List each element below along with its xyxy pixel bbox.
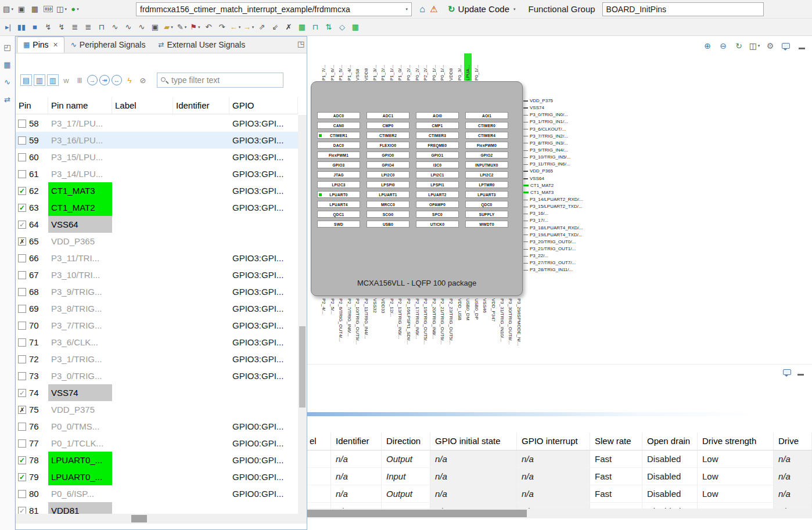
close-icon[interactable]: × (53, 40, 58, 49)
swap-route-icon[interactable]: ↔ (112, 75, 122, 85)
peripheral-gpio1[interactable]: GPIO1 (416, 152, 459, 158)
label-cell[interactable] (112, 435, 173, 452)
table-row[interactable]: 73P3_0/TRIG...GPIO3:GPI... (16, 367, 298, 384)
peripheral-qdc0[interactable]: QDC0 (465, 201, 508, 208)
identifier-cell[interactable] (173, 182, 229, 199)
peripheral-inputmux0[interactable]: INPUTMUX0 (465, 161, 508, 168)
forward-icon[interactable]: →▾ (243, 21, 254, 34)
toggle-peripherals-view-icon[interactable]: ▥ (34, 74, 45, 86)
label-cell[interactable] (112, 401, 173, 418)
external-user-signals-view-icon[interactable]: ⇄ (2, 93, 13, 106)
label-cell[interactable] (112, 165, 173, 182)
pin-updown-icon[interactable]: ⇅ (323, 21, 335, 34)
measure-vertical-icon[interactable]: ≣ (82, 21, 94, 34)
table-row[interactable]: ✓64VSS64 (16, 216, 298, 233)
table-row[interactable]: 70P3_7/TRIG...GPIO3:GPI... (16, 317, 298, 334)
peripheral-flexio0[interactable]: FLEXIO0 (367, 142, 409, 149)
peripheral-ctimer0[interactable]: CTIMER0 (465, 122, 508, 129)
update-code-button[interactable]: ↻ Update Code ▾ (445, 4, 518, 15)
peripheral-mrcc0[interactable]: MRCC0 (367, 201, 409, 208)
toggle-pins-view-icon[interactable]: ▤ (20, 74, 32, 86)
minimize-icon[interactable] (795, 366, 806, 378)
route-selected-icon[interactable]: → (87, 75, 98, 85)
pin-checkbox[interactable] (18, 305, 26, 313)
comment-icon[interactable] (781, 366, 793, 378)
export-report-icon[interactable]: ⇗ (256, 21, 268, 34)
identifier-cell[interactable] (173, 435, 229, 452)
peripheral-flexpwm1[interactable]: FlexPWM1 (317, 152, 360, 158)
rotate-icon[interactable]: ↻ (733, 39, 745, 52)
peripheral-wwdt0[interactable]: WWDT0 (465, 221, 508, 228)
stop-icon[interactable]: ■ (29, 21, 41, 34)
package-top-pin-label[interactable]: VDD8 (362, 53, 370, 81)
horizontal-scrollbar-thumb[interactable] (131, 515, 147, 522)
peripheral-signals-view-icon[interactable]: ∿ (2, 75, 13, 88)
identifier-cell[interactable] (173, 468, 229, 485)
settings-icon[interactable]: ⚙ (764, 39, 776, 52)
package-bottom-pin-label[interactable]: P2_21/TRIG_OUT6/... (439, 298, 446, 363)
skip-back-icon[interactable]: ↯ (42, 21, 54, 34)
peripheral-can0[interactable]: CAN0 (317, 122, 360, 129)
table-row[interactable]: 58P3_17/LPU...GPIO3:GPI... (16, 115, 298, 132)
processor-icon[interactable]: ▦ (296, 21, 308, 34)
package-top-pin-label[interactable]: P0_2/... (414, 53, 421, 81)
peripheral-lpspi1[interactable]: LPSPI1 (416, 181, 459, 188)
export-package-icon[interactable]: ◫▾ (56, 3, 67, 16)
package-bottom-pin-label[interactable]: P2_20/TRIG_IN8/... (430, 298, 438, 363)
label-cell[interactable] (112, 115, 173, 132)
table-row[interactable]: ✓79LPUART0_...GPIO0:GPI... (16, 468, 298, 485)
horizontal-scrollbar[interactable] (16, 514, 307, 524)
label-cell[interactable] (112, 485, 173, 502)
peripheral-lpi2c2[interactable]: LPI2C2 (465, 171, 508, 178)
filter-input[interactable] (157, 73, 283, 88)
peripheral-i3c0[interactable]: I3C0 (416, 161, 459, 168)
identifier-cell[interactable] (173, 165, 229, 182)
package-bottom-pin-label[interactable]: P3_31/TRIG_IN10/... (498, 298, 506, 363)
peripheral-ctimer1[interactable]: CTIMER1 (317, 132, 360, 139)
properties-row[interactable]: n/aOutputn/an/aFastDisabledLown/a (307, 503, 812, 509)
peripheral-scg0[interactable]: SCG0 (367, 211, 409, 218)
skip-forward-icon[interactable]: ↯ (56, 21, 67, 34)
label-cell[interactable] (112, 283, 173, 300)
peripheral-aoi0[interactable]: AOI0 (416, 112, 459, 119)
peripheral-grid-icon[interactable]: ▦ (350, 21, 361, 34)
package-top-pin-label[interactable]: P1_5/... (337, 53, 344, 81)
label-cell[interactable] (112, 452, 173, 468)
flag-icon[interactable]: ⚑▾ (189, 21, 201, 34)
peripheral-jtag[interactable]: JTAG (317, 171, 360, 178)
pin-checkbox[interactable] (18, 136, 26, 145)
table-row[interactable]: 61P3_14/LPU...GPIO3:GPI... (16, 165, 298, 182)
package-top-pin-label[interactable]: P1_0/... (396, 53, 404, 81)
label-cell[interactable] (112, 149, 173, 165)
package-bottom-pin-label[interactable]: VDD_P347 (490, 298, 497, 363)
peripheral-lpuart1[interactable]: LPUART1 (367, 191, 409, 198)
peripheral-opamp0[interactable]: OPAMP0 (416, 201, 459, 208)
peripheral-freqme0[interactable]: FREQME0 (416, 142, 459, 149)
package-right-pin-label[interactable]: VSS74 (523, 104, 583, 111)
package-right-pin-label[interactable]: CT1_MAT3 (523, 189, 583, 196)
package-top-pin-label[interactable]: VDD8 (447, 53, 455, 81)
tab-peripheral-signals[interactable]: ∿Peripheral Signals (64, 37, 152, 53)
zoom-out-icon[interactable]: ⊖ (717, 39, 729, 52)
package-top-pin-label[interactable]: P0_1/... (430, 53, 438, 81)
restore-view-icon[interactable]: ◰ (2, 41, 13, 53)
identifier-cell[interactable] (173, 452, 229, 468)
home-icon[interactable]: ⌂ (416, 3, 428, 16)
properties-scrollbar-thumb[interactable] (307, 510, 527, 517)
package-bottom-pin-label[interactable]: P2_13/TRIG_IN9/... (396, 298, 404, 363)
label-cell[interactable] (112, 468, 173, 485)
pin-checkbox[interactable] (18, 322, 26, 330)
identifier-cell[interactable] (173, 367, 229, 384)
package-right-pin-label[interactable]: P3_21/TRIG_OUT1/... (523, 246, 583, 253)
package-top-pin-label[interactable]: P0_1/... (473, 53, 480, 81)
package-right-pin-label[interactable]: P3_1/TRIG_IN1/... (523, 118, 583, 125)
package-top-pin-label[interactable]: P1_4/... (346, 53, 353, 81)
package-top-pin-label[interactable]: VSS8 (354, 53, 361, 81)
toggle-columns-view-icon[interactable]: ▥ (47, 74, 59, 86)
highlighter-icon[interactable]: ▰▾ (163, 21, 174, 34)
peripheral-adc0[interactable]: ADC0 (317, 112, 360, 119)
package-right-pin-label[interactable]: VDD_P375 (523, 98, 583, 104)
new-configuration-icon[interactable]: ▤▾ (2, 3, 14, 16)
column-header-el[interactable]: el (307, 432, 331, 450)
comment-icon[interactable] (780, 39, 792, 52)
